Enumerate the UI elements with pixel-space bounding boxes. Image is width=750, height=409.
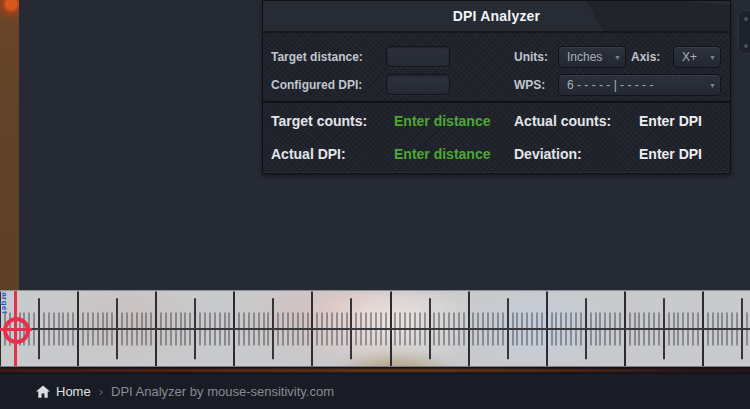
- chevron-down-icon: ▼: [709, 82, 716, 89]
- axis-select[interactable]: X+ ▼: [673, 46, 721, 68]
- axis-value: X+: [682, 50, 705, 64]
- wps-label: WPS:: [514, 78, 545, 92]
- axis-label: Axis:: [631, 50, 660, 64]
- configured-dpi-input[interactable]: [386, 74, 450, 95]
- breadcrumb: Home › DPI Analyzer by mouse-sensitivity…: [0, 374, 750, 409]
- background-artwork-left: [0, 0, 19, 291]
- panel-divider: [263, 100, 730, 103]
- chevron-down-icon: ▼: [614, 54, 621, 61]
- target-counts-value: Enter distance: [394, 113, 490, 129]
- crosshair-target-icon: [3, 317, 30, 344]
- units-value: Inches: [567, 50, 610, 64]
- side-widget-fragment: [738, 10, 750, 54]
- dpi-ruler: target: [0, 290, 750, 367]
- target-counts-label: Target counts:: [271, 113, 367, 129]
- units-label: Units:: [514, 50, 548, 64]
- breadcrumb-separator: ›: [99, 384, 103, 399]
- wps-value: 6 - - - - - | - - - - -: [567, 78, 705, 92]
- actual-dpi-value: Enter distance: [394, 146, 490, 162]
- breadcrumb-current: DPI Analyzer by mouse-sensitivity.com: [111, 384, 334, 399]
- units-select[interactable]: Inches ▼: [558, 46, 626, 68]
- configured-dpi-label: Configured DPI:: [271, 78, 362, 92]
- chevron-down-icon: ▼: [709, 54, 716, 61]
- breadcrumb-home-link[interactable]: Home: [56, 384, 91, 399]
- actual-counts-value: Enter DPI: [639, 113, 702, 129]
- wps-select[interactable]: 6 - - - - - | - - - - - ▼: [558, 74, 721, 96]
- target-distance-label: Target distance:: [271, 50, 363, 64]
- dpi-analyzer-page: DPI Analyzer Target distance: Units: Inc…: [0, 0, 750, 409]
- home-icon: [36, 385, 50, 398]
- dot-icon: [744, 17, 748, 21]
- background-under-ruler: [0, 367, 750, 374]
- page-title: DPI Analyzer: [453, 8, 540, 24]
- panel-header: DPI Analyzer: [263, 1, 730, 33]
- actual-dpi-label: Actual DPI:: [271, 146, 346, 162]
- ruler-center-line: [0, 328, 750, 330]
- dot-icon: [744, 44, 748, 48]
- deviation-value: Enter DPI: [639, 146, 702, 162]
- ruler-tint: [335, 350, 455, 367]
- target-distance-input[interactable]: [386, 46, 450, 67]
- actual-counts-label: Actual counts:: [514, 113, 611, 129]
- target-label: target: [0, 290, 9, 314]
- deviation-label: Deviation:: [514, 146, 582, 162]
- dpi-analyzer-panel: DPI Analyzer Target distance: Units: Inc…: [262, 0, 731, 174]
